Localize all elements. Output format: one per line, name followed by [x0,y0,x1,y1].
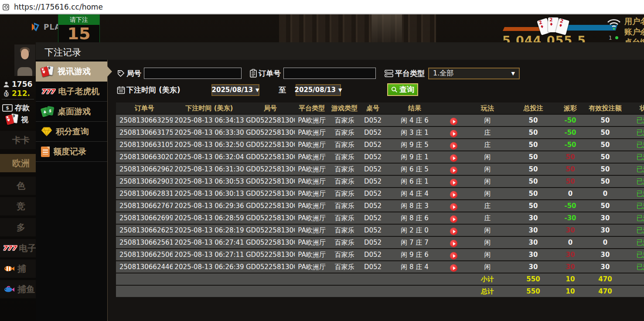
table-row: 250813066283195 2025-08-13 06:30:13 GD05… [116,188,644,199]
lobby-menu-item-5[interactable]: 777电子 [0,239,36,257]
replay-play-button[interactable] [450,130,457,137]
deposit-button[interactable]: $ 存款 [2,103,30,113]
page-icon[interactable] [2,3,10,11]
replay-play-button[interactable] [450,215,457,223]
lobby-menu-item-0[interactable]: 卡卡 [0,131,36,149]
search-button[interactable]: 查询 [387,83,418,96]
round-id-input[interactable] [144,68,242,79]
lobby-menu-item-4[interactable]: 多 [0,218,36,236]
play-icon [453,254,456,258]
cell-table-no: D052 [360,225,385,236]
blue-fish-icon [3,285,15,293]
seat-1[interactable]: 1 [609,34,618,41]
replay-play-button[interactable] [450,142,457,150]
cell-table-no: D052 [360,249,385,260]
platform-type-select[interactable]: 1.全部 ▼ [428,68,520,79]
jackpot-cards: 2♦ 2♦ 2♦ [539,17,569,35]
cell-total-bet: 30 [511,237,555,248]
cell-order-id: 250813066325950 [116,115,173,126]
tab-table-games[interactable]: ♣$ 桌面游戏 [36,102,107,122]
replay-play-button[interactable] [450,203,457,211]
platform-type-label: 平台类型 [395,68,425,79]
cell-status: 已派彩 [625,200,644,212]
lobby-menu-item-3[interactable]: 竞 [0,197,36,215]
order-id-input[interactable] [283,68,376,79]
cell-payout: 30 [555,225,586,236]
cell-payout: -50 [555,139,586,150]
cell-total-bet: 50 [511,188,555,199]
tab-points-query[interactable]: 积分查询 [36,122,107,142]
cell-platform: PA欧洲厅 [295,212,329,224]
cell-platform: PA欧洲厅 [295,200,329,212]
table-row: 250813066276794 2025-08-13 06:29:36 GD05… [116,200,644,212]
cell-valid-bet: 30 [586,261,625,273]
cell-play-type: 闲 [463,115,511,126]
replay-play-button[interactable] [450,191,457,198]
table-row: 250813066302084 2025-08-13 06:32:04 GD05… [116,151,644,163]
cell-play-type: 闲 [463,188,511,199]
cell-order-id: 250813066290352 [116,176,173,187]
background-glow [371,14,402,42]
tab-quota-records[interactable]: 额度记录 [36,142,107,162]
decor-stripe-orange [503,27,542,31]
screen: https://175616.cc/home PLAYACE 请下注 15 2♦… [0,0,644,321]
tab-video-games[interactable]: K♥9 视讯游戏 [36,61,107,82]
user-avatar[interactable] [14,44,35,76]
balance-row: $ 212. [3,89,30,98]
cell-result: 闲 9 庄 6 [385,249,444,260]
cell-game-type: 百家乐 [329,261,360,273]
cell-play-type: 庄 [463,139,511,150]
replay-play-button[interactable] [450,179,457,186]
replay-play-button[interactable] [450,228,457,235]
cell-game-type: 百家乐 [329,188,360,199]
lobby-menu-item-6[interactable]: 捕 [0,260,36,278]
cell-payout: 50 [555,176,586,187]
cell-bet-time: 2025-08-13 06:28:19 [173,225,246,236]
cell-play-type: 闲 [463,176,511,187]
replay-play-button[interactable] [450,154,457,162]
cell-status: 已派彩 [625,139,644,150]
username-row: 1756 [3,80,32,89]
cell-valid-bet: 50 [586,115,625,126]
replay-play-button[interactable] [450,264,457,272]
chevron-down-icon: ▼ [338,87,342,93]
column-header: 有效投注额 [586,102,625,114]
video-games-shortcut[interactable]: K♥9 视 [6,113,28,126]
date-from-picker[interactable]: 2025/08/13 ▼ [211,84,259,96]
play-icon [453,132,456,136]
cell-valid-bet: 50 [586,176,625,187]
cell-table-no: D052 [360,139,385,150]
column-header: 下注时间 (美东) [173,102,246,114]
to-label: 至 [279,85,286,95]
tab-slots[interactable]: 777 电子老虎机 [36,82,107,102]
cell-valid-bet: 50 [586,151,625,163]
cell-total-bet: 30 [511,261,555,273]
date-to-picker[interactable]: 2025/08/13 ▼ [296,84,341,96]
cell-result: 闲 8 庄 6 [385,212,444,224]
cell-replay [444,115,463,126]
cell-bet-time: 2025-08-13 06:27:11 [173,249,246,260]
cell-platform: PA欧洲厅 [295,139,329,150]
grand-total-bet: 550 [511,286,555,297]
video-label: 视 [21,115,28,125]
subtotal-row: 小计 550 10 470 [116,273,644,285]
url-text[interactable]: https://175616.cc/home [14,3,103,11]
table-row: 250813066262538 2025-08-13 06:28:19 GD05… [116,225,644,236]
bet-time-label: 下注时间 (美东) [126,85,180,95]
replay-play-button[interactable] [450,240,457,247]
cell-round-id: GD052258130OJ [246,139,295,150]
cell-order-id: 250813066310588 [116,139,173,150]
table-row: 250813066290352 2025-08-13 06:30:53 GD05… [116,176,644,187]
cell-table-no: D052 [360,127,385,138]
cell-game-type: 百家乐 [329,127,360,138]
replay-play-button[interactable] [450,167,457,174]
lobby-menu-item-1[interactable]: 欧洲 [0,154,36,172]
replay-play-button[interactable] [450,118,457,125]
browser-url-bar[interactable]: https://175616.cc/home [0,0,644,14]
lobby-menu-item-2[interactable]: 色 [0,177,36,195]
lobby-menu-item-7[interactable]: 捕鱼 [0,280,36,298]
cell-replay [444,127,463,138]
replay-play-button[interactable] [450,252,457,260]
calendar-icon [117,86,125,94]
cell-status: 已派彩 [625,127,644,138]
